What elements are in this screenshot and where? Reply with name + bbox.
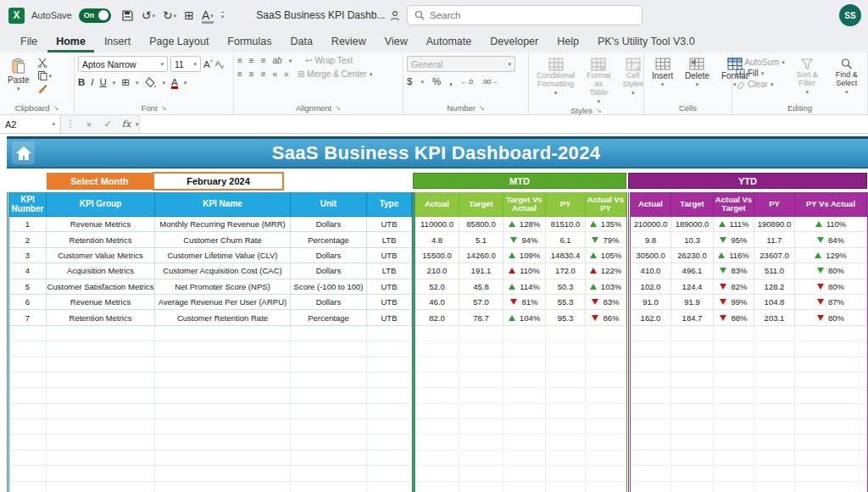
decrease-indent-icon[interactable]: «	[273, 69, 278, 79]
select-month-button[interactable]: Select Month	[47, 173, 153, 190]
ytd-value-cell[interactable]: 511.0	[754, 263, 795, 279]
empty-cell[interactable]	[504, 466, 546, 481]
empty-cell[interactable]	[155, 434, 291, 450]
kpi-unit-cell[interactable]: Dollars	[291, 295, 367, 310]
empty-cell[interactable]	[795, 373, 867, 388]
ytd-value-cell[interactable]: 189000.0	[671, 217, 714, 232]
kpi-group-cell[interactable]: Acquisition Metrics	[47, 263, 155, 279]
empty-cell[interactable]	[415, 404, 459, 419]
ytd-value-cell[interactable]: 162.0	[631, 310, 671, 325]
clipboard-dialog-launcher-icon[interactable]: ↘	[53, 104, 58, 112]
empty-cell[interactable]	[367, 357, 412, 373]
font-color-button[interactable]: A	[171, 77, 178, 87]
empty-cell[interactable]	[155, 404, 291, 419]
empty-cell[interactable]	[631, 373, 671, 388]
empty-cell[interactable]	[155, 388, 291, 403]
menu-tab-help[interactable]: Help	[548, 32, 587, 53]
mtd-value-cell[interactable]: 46.0	[415, 295, 459, 310]
empty-cell[interactable]	[47, 482, 155, 492]
empty-cell[interactable]	[546, 357, 586, 373]
kpi-number-cell[interactable]: 3	[9, 248, 47, 263]
empty-cell[interactable]	[504, 404, 546, 419]
empty-cell[interactable]	[367, 419, 412, 434]
empty-cell[interactable]	[367, 326, 412, 341]
empty-cell[interactable]	[631, 419, 671, 434]
insert-function-icon[interactable]: fx	[117, 119, 136, 130]
empty-cell[interactable]	[795, 404, 867, 419]
ytd-value-cell[interactable]: 26230.0	[671, 248, 714, 263]
empty-cell[interactable]	[9, 434, 47, 450]
kpi-unit-cell[interactable]: Percentage	[291, 232, 367, 247]
document-title[interactable]: SaaS Business KPI Dashb...	[256, 9, 385, 21]
empty-cell[interactable]	[586, 326, 626, 341]
kpi-name-cell[interactable]: Monthly Recurring Revenue (MRR)	[155, 217, 291, 232]
fill-button[interactable]: Fill▾	[736, 69, 785, 78]
empty-cell[interactable]	[631, 482, 671, 492]
empty-cell[interactable]	[546, 434, 586, 450]
paste-button[interactable]: Paste▾	[3, 56, 34, 93]
autosave-toggle[interactable]: On	[79, 8, 111, 23]
ytd-value-cell[interactable]: 190890.0	[754, 217, 795, 232]
empty-cell[interactable]	[754, 373, 795, 388]
formula-input[interactable]	[139, 115, 868, 133]
empty-cell[interactable]	[504, 326, 546, 341]
share-person-icon[interactable]	[390, 10, 401, 21]
empty-cell[interactable]	[367, 404, 412, 419]
align-left-icon[interactable]: ≡	[237, 69, 242, 79]
empty-cell[interactable]	[754, 482, 795, 492]
empty-cell[interactable]	[367, 482, 412, 492]
empty-cell[interactable]	[291, 482, 367, 492]
selected-month-value[interactable]: February 2024	[153, 172, 284, 191]
align-right-icon[interactable]: ≡	[261, 69, 266, 79]
empty-cell[interactable]	[671, 373, 714, 388]
empty-cell[interactable]	[714, 357, 754, 373]
ytd-value-cell[interactable]: 102.0	[631, 279, 671, 295]
empty-cell[interactable]	[155, 482, 291, 492]
empty-cell[interactable]	[291, 404, 367, 419]
empty-cell[interactable]	[9, 482, 47, 492]
empty-cell[interactable]	[415, 482, 459, 492]
empty-cell[interactable]	[546, 404, 586, 419]
empty-cell[interactable]	[586, 357, 626, 373]
kpi-number-cell[interactable]: 4	[9, 263, 47, 279]
empty-cell[interactable]	[631, 466, 671, 481]
empty-cell[interactable]	[795, 434, 867, 450]
ytd-value-cell[interactable]: 11.7	[754, 232, 795, 247]
empty-cell[interactable]	[459, 341, 504, 357]
empty-cell[interactable]	[795, 388, 867, 403]
font-dialog-launcher-icon[interactable]: ↘	[161, 104, 167, 112]
namebox-options-icon[interactable]: ⋮	[61, 119, 80, 130]
ytd-value-cell[interactable]: 410.0	[631, 263, 671, 279]
underline-button[interactable]: U	[100, 77, 107, 87]
empty-cell[interactable]	[671, 404, 714, 419]
empty-cell[interactable]	[291, 357, 367, 373]
empty-cell[interactable]	[47, 326, 155, 341]
kpi-type-cell[interactable]: UTB	[367, 217, 412, 232]
empty-cell[interactable]	[754, 466, 795, 481]
kpi-group-cell[interactable]: Retention Metrics	[47, 232, 155, 247]
empty-cell[interactable]	[291, 434, 367, 450]
mtd-value-cell[interactable]: 45.8	[459, 279, 504, 295]
kpi-group-cell[interactable]: Retention Metrics	[47, 310, 155, 325]
empty-cell[interactable]	[671, 326, 714, 341]
empty-cell[interactable]	[671, 482, 714, 492]
empty-cell[interactable]	[415, 388, 459, 403]
empty-cell[interactable]	[9, 451, 47, 466]
empty-cell[interactable]	[631, 357, 671, 373]
empty-cell[interactable]	[415, 451, 459, 466]
empty-cell[interactable]	[47, 419, 155, 434]
empty-cell[interactable]	[586, 373, 626, 388]
empty-cell[interactable]	[47, 357, 155, 373]
ytd-value-cell[interactable]: 91.0	[631, 295, 671, 310]
empty-cell[interactable]	[9, 341, 47, 357]
empty-cell[interactable]	[586, 434, 626, 450]
mtd-value-cell[interactable]: 6.1	[546, 232, 586, 247]
menu-tab-review[interactable]: Review	[323, 32, 375, 53]
empty-cell[interactable]	[9, 357, 47, 373]
empty-cell[interactable]	[47, 466, 155, 481]
ytd-value-cell[interactable]: 184.7	[671, 310, 714, 325]
menu-tab-home[interactable]: Home	[47, 32, 94, 53]
mtd-value-cell[interactable]: 52.0	[415, 279, 459, 295]
empty-cell[interactable]	[504, 434, 546, 450]
empty-cell[interactable]	[586, 451, 626, 466]
